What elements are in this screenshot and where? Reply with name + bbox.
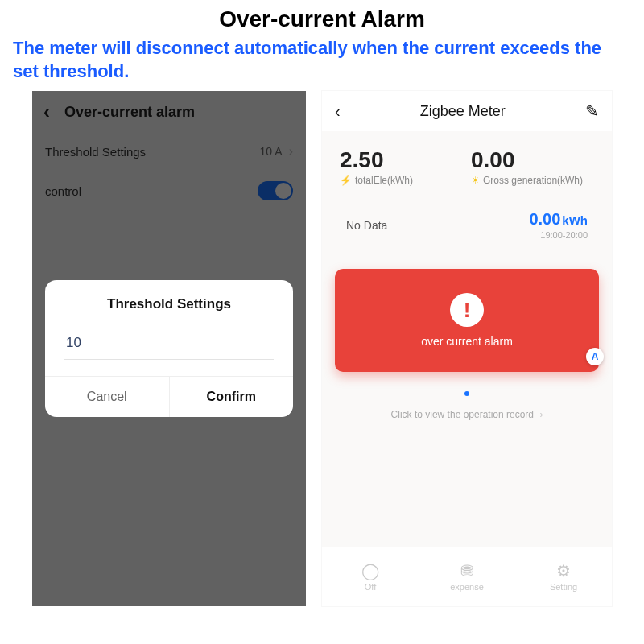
cancel-button[interactable]: Cancel (45, 377, 170, 417)
pager (322, 380, 612, 402)
total-ele-value: 2.50 (340, 147, 463, 173)
badge-a[interactable]: A (586, 348, 604, 365)
gross-gen-value: 0.00 (471, 147, 594, 173)
sun-icon: ☀ (471, 175, 480, 186)
chevron-right-icon: › (539, 409, 543, 420)
bottom-item-setting[interactable]: ⚙ Setting (515, 547, 612, 606)
threshold-input[interactable] (64, 330, 274, 360)
alarm-message: over current alarm (421, 335, 513, 348)
exclamation-icon: ! (450, 293, 484, 327)
kwh-unit: kWh (562, 213, 588, 227)
kwh-value: 0.00 (529, 210, 560, 228)
modal-overlay: Threshold Settings Cancel Confirm (32, 91, 306, 606)
kwh-reading: 0.00kWh 19:00-20:00 (529, 210, 588, 240)
back-icon[interactable]: ‹ (335, 102, 341, 121)
dialog-title: Threshold Settings (45, 280, 293, 330)
bottom-item-off[interactable]: ◯ Off (322, 547, 419, 606)
bottom-item-expense[interactable]: ⛃ expense (419, 547, 515, 606)
mid-row: No Data 0.00kWh 19:00-20:00 (322, 194, 612, 264)
stats-row: 2.50 ⚡totalEle(kWh) 0.00 ☀Gross generati… (322, 131, 612, 194)
bottom-expense-label: expense (450, 582, 484, 592)
confirm-button[interactable]: Confirm (170, 377, 294, 417)
alarm-card[interactable]: ! over current alarm A (335, 269, 599, 372)
edit-icon[interactable]: ✎ (585, 101, 599, 121)
operation-record-link[interactable]: Click to view the operation record › (322, 402, 612, 435)
toggle-icon: ◯ (361, 563, 379, 579)
bottom-bar: ◯ Off ⛃ expense ⚙ Setting (322, 547, 612, 606)
bolt-icon: ⚡ (340, 175, 352, 186)
gross-gen-label: Gross generation(kWh) (483, 175, 583, 186)
page-subheading: The meter will disconnect automatically … (0, 32, 644, 91)
header: ‹ Zigbee Meter ✎ (322, 91, 612, 131)
bottom-off-label: Off (365, 582, 376, 592)
page-heading: Over-current Alarm (0, 6, 644, 32)
bottom-setting-label: Setting (550, 582, 577, 592)
phone-overcurrent-settings: ‹ Over-current alarm Threshold Settings … (32, 91, 306, 606)
header-title: Zigbee Meter (420, 103, 506, 120)
phone-zigbee-meter: ‹ Zigbee Meter ✎ 2.50 ⚡totalEle(kWh) 0.0… (322, 91, 612, 606)
kwh-time-range: 19:00-20:00 (529, 230, 588, 240)
coins-icon: ⛃ (460, 563, 474, 579)
record-text: Click to view the operation record (391, 409, 534, 420)
no-data-label: No Data (346, 219, 387, 232)
pager-dot-active (464, 391, 469, 396)
total-ele-label: totalEle(kWh) (355, 175, 413, 186)
threshold-dialog: Threshold Settings Cancel Confirm (45, 280, 293, 417)
stat-gross-gen: 0.00 ☀Gross generation(kWh) (471, 147, 594, 186)
gear-icon: ⚙ (556, 563, 571, 579)
stat-total-ele: 2.50 ⚡totalEle(kWh) (340, 147, 463, 186)
